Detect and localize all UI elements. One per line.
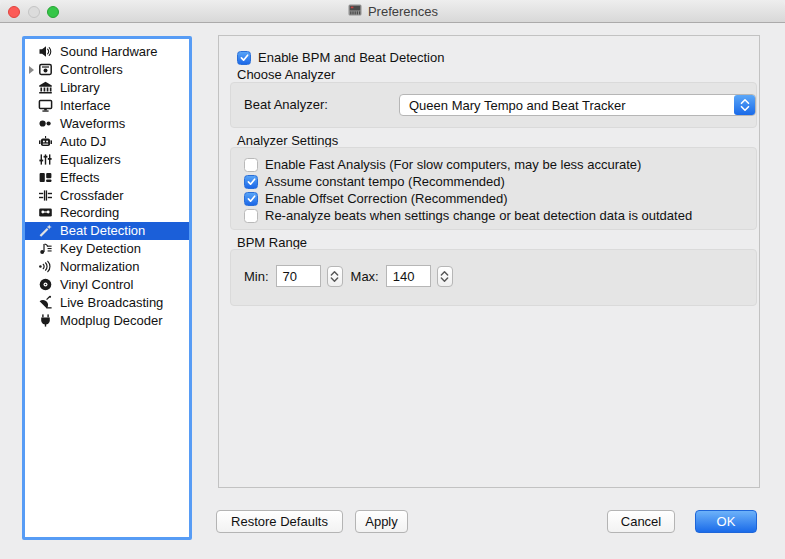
cancel-button[interactable]: Cancel (607, 510, 675, 533)
sidebar-item-label: Beat Detection (60, 223, 145, 238)
bpm-max-stepper[interactable] (437, 266, 453, 287)
vinyl-icon (38, 277, 53, 292)
enable-offset-correction-checkbox[interactable] (244, 192, 258, 206)
enable-bpm-row: Enable BPM and Beat Detection (237, 50, 444, 65)
sidebar-item-label: Interface (60, 98, 111, 113)
plug-icon (38, 313, 53, 328)
sidebar-item-label: Effects (60, 170, 100, 185)
analyzer-settings-group-label: Analyzer Settings (237, 133, 338, 148)
ok-button[interactable]: OK (695, 510, 757, 533)
sidebar-item-controllers[interactable]: Controllers (25, 61, 189, 79)
speaker-icon (38, 44, 53, 59)
waveform-icon (38, 116, 53, 131)
checkbox-label: Re-analyze beats when settings change or… (265, 208, 692, 223)
sidebar-item-live-broadcasting[interactable]: Live Broadcasting (25, 293, 189, 311)
soundwave-icon (38, 259, 53, 274)
restore-defaults-button[interactable]: Restore Defaults (216, 510, 343, 533)
sidebar-item-label: Recording (60, 205, 119, 220)
sidebar-item-vinyl-control[interactable]: Vinyl Control (25, 276, 189, 294)
apply-button[interactable]: Apply (355, 510, 408, 533)
music-note-icon (38, 241, 53, 256)
crossfader-icon (38, 188, 53, 203)
sidebar-item-equalizers[interactable]: Equalizers (25, 150, 189, 168)
chevron-right-icon[interactable] (25, 66, 38, 74)
bpm-range-group-label: BPM Range (237, 235, 307, 250)
satellite-icon (38, 295, 53, 310)
checkbox-label: Enable Fast Analysis (For slow computers… (265, 157, 641, 172)
bpm-max-label: Max: (351, 269, 379, 284)
sidebar-item-label: Auto DJ (60, 134, 106, 149)
sidebar-item-label: Sound Hardware (60, 44, 158, 59)
library-icon (38, 80, 53, 95)
sidebar-list: Sound HardwareControllersLibraryInterfac… (25, 39, 189, 329)
equalizer-icon (38, 152, 53, 167)
sidebar-item-label: Modplug Decoder (60, 313, 163, 328)
monitor-icon (38, 98, 53, 113)
analyzer-setting-row: Re-analyze beats when settings change or… (244, 208, 692, 223)
sidebar-item-waveforms[interactable]: Waveforms (25, 115, 189, 133)
sidebar-item-crossfader[interactable]: Crossfader (25, 186, 189, 204)
checkbox-label: Enable Offset Correction (Recommended) (265, 191, 508, 206)
enable-fast-analysis-checkbox[interactable] (244, 158, 258, 172)
sidebar-item-recording[interactable]: Recording (25, 204, 189, 222)
choose-analyzer-group: Beat Analyzer: Queen Mary Tempo and Beat… (230, 82, 757, 128)
assume-constant-tempo-checkbox[interactable] (244, 175, 258, 189)
app-icon (347, 2, 363, 21)
sidebar-item-normalization[interactable]: Normalization (25, 258, 189, 276)
preferences-window: Preferences Sound HardwareControllersLib… (0, 0, 785, 559)
beat-detection-pane: Enable BPM and Beat Detection Choose Ana… (218, 35, 760, 488)
analyzer-setting-row: Enable Offset Correction (Recommended) (244, 191, 508, 206)
bpm-max-field[interactable]: 140 (386, 265, 431, 287)
sidebar-item-label: Equalizers (60, 152, 121, 167)
effects-icon (38, 170, 53, 185)
bpm-min-label: Min: (244, 269, 269, 284)
sidebar-item-label: Controllers (60, 62, 123, 77)
analyzer-settings-group: Enable Fast Analysis (For slow computers… (230, 147, 757, 230)
sidebar-item-modplug-decoder[interactable]: Modplug Decoder (25, 311, 189, 329)
sidebar-item-label: Waveforms (60, 116, 125, 131)
wand-icon (38, 223, 53, 238)
choose-analyzer-group-label: Choose Analyzer (237, 67, 335, 82)
robot-icon (38, 134, 53, 149)
analyzer-setting-row: Enable Fast Analysis (For slow computers… (244, 157, 641, 172)
beat-analyzer-selected-value: Queen Mary Tempo and Beat Tracker (409, 98, 734, 113)
sidebar-item-auto-dj[interactable]: Auto DJ (25, 132, 189, 150)
beat-analyzer-label: Beat Analyzer: (244, 97, 328, 112)
window-title: Preferences (368, 4, 438, 19)
sidebar-item-label: Key Detection (60, 241, 141, 256)
preferences-sidebar: Sound HardwareControllersLibraryInterfac… (22, 36, 192, 540)
sidebar-item-label: Live Broadcasting (60, 295, 163, 310)
sidebar-item-beat-detection[interactable]: Beat Detection (25, 222, 189, 240)
enable-bpm-checkbox[interactable] (237, 51, 251, 65)
beat-analyzer-select[interactable]: Queen Mary Tempo and Beat Tracker (399, 94, 756, 116)
analyzer-setting-row: Assume constant tempo (Recommended) (244, 174, 505, 189)
sidebar-item-label: Library (60, 80, 100, 95)
bpm-range-group: Min: 70 Max: 140 (230, 249, 757, 306)
controller-icon (38, 62, 53, 77)
bpm-min-field[interactable]: 70 (276, 265, 321, 287)
re-analyze-beats-when-settings-change-or-beat-detection-data-is-outdated-checkbox[interactable] (244, 209, 258, 223)
sidebar-item-sound-hardware[interactable]: Sound Hardware (25, 43, 189, 61)
cassette-icon (38, 205, 53, 220)
sidebar-item-library[interactable]: Library (25, 79, 189, 97)
sidebar-item-interface[interactable]: Interface (25, 97, 189, 115)
enable-bpm-label: Enable BPM and Beat Detection (258, 50, 444, 65)
combo-updown-icon (734, 95, 755, 115)
sidebar-item-effects[interactable]: Effects (25, 168, 189, 186)
sidebar-item-label: Normalization (60, 259, 139, 274)
checkbox-label: Assume constant tempo (Recommended) (265, 174, 505, 189)
sidebar-item-key-detection[interactable]: Key Detection (25, 240, 189, 258)
titlebar[interactable]: Preferences (0, 0, 785, 23)
sidebar-item-label: Vinyl Control (60, 277, 133, 292)
bpm-min-stepper[interactable] (327, 266, 343, 287)
sidebar-item-label: Crossfader (60, 188, 124, 203)
